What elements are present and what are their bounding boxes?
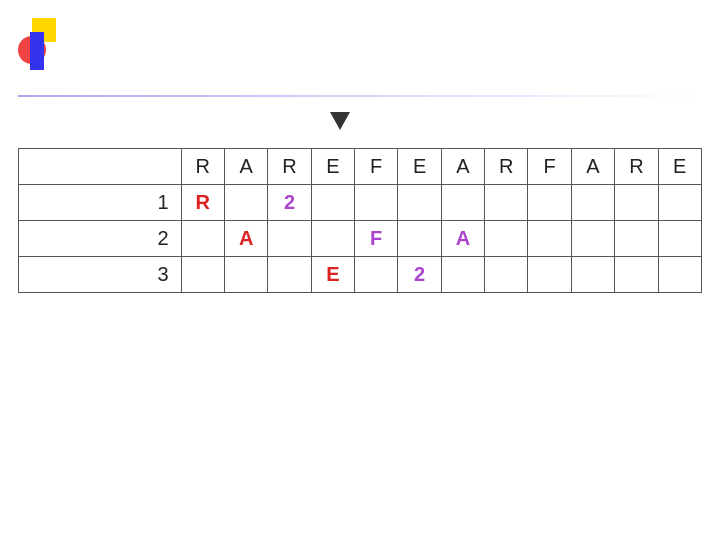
table-cell: E	[311, 257, 354, 293]
table-cell	[658, 185, 701, 221]
logo	[18, 18, 70, 78]
table-cell	[441, 185, 484, 221]
table-cell	[485, 185, 528, 221]
table-cell	[224, 185, 267, 221]
table-cell	[355, 257, 398, 293]
logo-blue	[30, 32, 44, 70]
header-col: F	[528, 149, 571, 185]
row-label: 3	[19, 257, 182, 293]
table-cell	[268, 257, 311, 293]
table-cell	[268, 221, 311, 257]
table-cell	[398, 221, 441, 257]
table-cell	[311, 185, 354, 221]
table-cell	[485, 221, 528, 257]
table-cell: 2	[268, 185, 311, 221]
row-label: 2	[19, 221, 182, 257]
table-cell	[311, 221, 354, 257]
table-cell	[615, 257, 658, 293]
table-cell: R	[181, 185, 224, 221]
table-cell	[181, 221, 224, 257]
table-cell	[658, 221, 701, 257]
arrow-down-icon	[330, 112, 350, 130]
table-cell	[658, 257, 701, 293]
table-row: 1R2	[19, 185, 702, 221]
row-label: 1	[19, 185, 182, 221]
table-cell	[485, 257, 528, 293]
header-col: A	[571, 149, 614, 185]
table-row: 3E2	[19, 257, 702, 293]
table-cell	[181, 257, 224, 293]
table-cell	[571, 185, 614, 221]
table-cell: F	[355, 221, 398, 257]
header-col: R	[268, 149, 311, 185]
header-col: F	[355, 149, 398, 185]
table-header-label	[19, 149, 182, 185]
table-cell	[528, 185, 571, 221]
table-cell	[528, 221, 571, 257]
header-col: E	[398, 149, 441, 185]
table-cell	[528, 257, 571, 293]
table-cell	[398, 185, 441, 221]
title-divider	[18, 95, 702, 97]
memory-table: RAREFEARFARE 1R22AFA3E2	[18, 148, 702, 293]
table-cell: A	[224, 221, 267, 257]
header-col: R	[181, 149, 224, 185]
header-col: A	[441, 149, 484, 185]
table-cell	[615, 185, 658, 221]
header-col: E	[311, 149, 354, 185]
table-cell	[355, 185, 398, 221]
header-col: E	[658, 149, 701, 185]
header-col: R	[615, 149, 658, 185]
table-row: 2AFA	[19, 221, 702, 257]
table-cell: A	[441, 221, 484, 257]
table-cell	[615, 221, 658, 257]
table-cell: 2	[398, 257, 441, 293]
arrow-indicator	[330, 112, 350, 130]
header-col: A	[224, 149, 267, 185]
table-cell	[441, 257, 484, 293]
table-cell	[571, 257, 614, 293]
table-cell	[224, 257, 267, 293]
lfu-table: RAREFEARFARE 1R22AFA3E2	[18, 148, 702, 293]
table-cell	[571, 221, 614, 257]
header-col: R	[485, 149, 528, 185]
table-header-row: RAREFEARFARE	[19, 149, 702, 185]
